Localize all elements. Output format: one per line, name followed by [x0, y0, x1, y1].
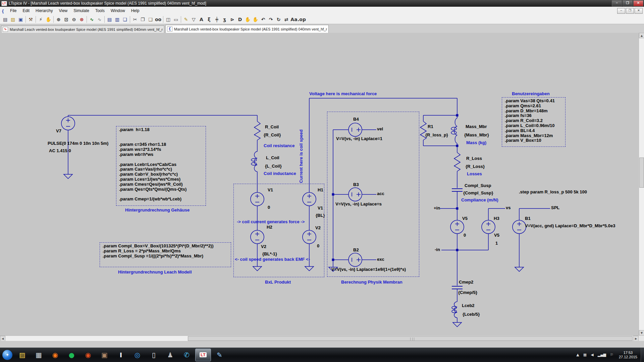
maximize-button[interactable]: ❐	[623, 0, 633, 6]
photo-viewer-icon[interactable]: ▣	[97, 349, 112, 361]
halt-icon[interactable]: ✋	[45, 16, 52, 23]
plot-settings-icon[interactable]: ∿	[96, 16, 103, 23]
firefox-icon[interactable]: ◉	[47, 349, 63, 361]
vertical-scrollbar[interactable]: ▲ ▼	[639, 33, 644, 336]
new-schematic-icon[interactable]: ▤	[1, 16, 9, 23]
minus-in-net[interactable]: -in	[435, 247, 440, 252]
menu-hierarchy[interactable]: Hierarchy	[33, 7, 56, 14]
menu-help[interactable]: Help	[128, 7, 143, 14]
save-icon[interactable]: ▣	[17, 16, 24, 23]
rloss-name[interactable]: R_Loss	[466, 156, 482, 161]
mdi-minimize-button[interactable]: –	[617, 8, 625, 14]
b1-expr[interactable]: V=V(acc, gnd) Laplace=D_Mbr*D_Mbr*5.0e3	[525, 223, 615, 228]
resistor-R1[interactable]	[420, 115, 457, 146]
lcoil-name[interactable]: L_Coil	[266, 155, 279, 160]
chat-icon[interactable]: ✆	[179, 349, 195, 361]
ground-symbol[interactable]	[515, 267, 524, 272]
scroll-left-button[interactable]: ◀	[0, 336, 5, 341]
inductor-Mass_Mbr[interactable]	[451, 115, 457, 146]
capacitor-Cmep2[interactable]	[452, 286, 463, 289]
h3-gain[interactable]: 1	[495, 241, 498, 246]
close-button[interactable]: ✕	[633, 0, 643, 6]
bxl-caption[interactable]: BxL Produkt	[265, 280, 291, 285]
paint-icon[interactable]: ◉	[80, 349, 96, 361]
massmbr-name[interactable]: Mass_Mbr	[466, 124, 487, 129]
source-V5[interactable]	[450, 208, 464, 250]
tile-horizontal-icon[interactable]: ▤	[106, 16, 113, 23]
control-panel-icon[interactable]: ⚒	[27, 16, 35, 23]
rloss-comment[interactable]: Losses	[467, 171, 482, 176]
ground-icon[interactable]: ▽	[190, 16, 198, 23]
zoom-out-icon[interactable]: ⊖	[70, 16, 78, 23]
tab-schematic[interactable]: { Marshall Leach vented-box loudspeaker …	[165, 25, 329, 33]
resistor-R_Loss[interactable]	[454, 146, 460, 188]
zoom-full-icon[interactable]: ⊗	[78, 16, 86, 23]
capacitor-icon[interactable]: ╪	[213, 16, 221, 23]
tile-vertical-icon[interactable]: ▥	[113, 16, 121, 23]
ground-symbol[interactable]	[64, 174, 72, 179]
hidden-icons-chevron[interactable]: ▲	[576, 353, 579, 357]
run-icon[interactable]: ⚡	[37, 16, 45, 23]
menu-file[interactable]: File	[7, 7, 19, 14]
cascade-icon[interactable]: ❏	[121, 16, 129, 23]
lcoil-value[interactable]: {L_Coil}	[265, 164, 282, 169]
ground-symbol[interactable]	[453, 322, 462, 327]
source-V7[interactable]	[61, 117, 75, 130]
print-preview-icon[interactable]: ◫	[164, 16, 172, 23]
start-button[interactable]: ✦	[1, 348, 14, 362]
rcoil-value[interactable]: {R_Coil}	[264, 132, 281, 137]
move-icon[interactable]: ✋	[244, 16, 252, 23]
coil-speed-comment[interactable]: Current here is coil speed	[299, 129, 304, 183]
bxl-produkt-box[interactable]	[233, 184, 324, 277]
v7-name[interactable]: V7	[56, 128, 61, 133]
lcoil-comment[interactable]: Coil inductance	[264, 171, 296, 176]
r1-value[interactable]: {R_loss_p}	[425, 132, 448, 137]
membran-caption[interactable]: Berechnung Physik Membran	[341, 280, 402, 285]
rloss-value[interactable]: {R_Loss}	[466, 164, 485, 169]
volume-icon[interactable]: ◀	[591, 353, 593, 357]
csusp-value[interactable]: {Compl_Susp}	[463, 190, 493, 195]
spice-directive-icon[interactable]: .op	[298, 16, 306, 23]
rcoil-comment[interactable]: Coil resistance	[264, 143, 295, 148]
h3-ref[interactable]: V5	[494, 233, 499, 238]
schematic-canvas[interactable]: V7PULSE(0 174m 0 10n 10n 5m)AC 1.415 0Hi…	[0, 33, 639, 336]
mdi-restore-button[interactable]: ❐	[626, 8, 634, 14]
source-B1[interactable]	[513, 208, 550, 267]
gehaeuse-params-box[interactable]: .param h=1.18 .param c=345 rho=1.18 .par…	[116, 126, 206, 206]
horizontal-scrollbar[interactable]: ◀ ▶	[0, 336, 639, 341]
membran-box[interactable]	[327, 112, 419, 277]
scroll-right-button[interactable]: ▶	[633, 336, 639, 341]
lceb2-value[interactable]: {Lceb/5}	[463, 312, 480, 317]
media-player-icon[interactable]: ◎	[129, 349, 145, 361]
capacitor-Compl_Susp[interactable]	[452, 189, 463, 191]
spotify-icon[interactable]: ●	[64, 349, 79, 361]
redo-icon[interactable]: ↷	[267, 16, 275, 23]
csusp-comment[interactable]: Compliance (m/N)	[461, 197, 498, 202]
menu-view[interactable]: View	[56, 7, 70, 14]
v5-value[interactable]: 0	[464, 233, 466, 238]
resistor-icon[interactable]: ξ	[205, 16, 213, 23]
net-label-icon[interactable]: A	[198, 16, 205, 23]
mirror-icon[interactable]: ⇄	[282, 16, 290, 23]
scroll-down-button[interactable]: ▼	[639, 330, 644, 336]
tablet-icon[interactable]: ▦	[583, 353, 587, 357]
network-icon[interactable]: ▂▄▆	[598, 353, 606, 357]
user-params-box[interactable]: .param Vas=38 Qts=0.41 .param Qms=2.61 .…	[502, 97, 566, 147]
find-icon[interactable]: oo	[154, 16, 162, 23]
copy-icon[interactable]: ❐	[139, 16, 147, 23]
h3-name[interactable]: H3	[494, 216, 499, 221]
notepad-icon[interactable]: ✎	[212, 349, 227, 361]
cmep2-name[interactable]: Cmep2	[459, 280, 473, 285]
leach-caption[interactable]: Hintergrundrechnung Leach Modell	[118, 269, 192, 275]
game-icon[interactable]: ♟	[162, 349, 178, 361]
diode-icon[interactable]: ⊳	[228, 16, 236, 23]
cut-icon[interactable]: ✂	[131, 16, 139, 23]
source-H3[interactable]	[482, 208, 505, 234]
open-icon[interactable]: ▨	[9, 16, 17, 23]
user-caption[interactable]: Benutzereingaben	[512, 91, 550, 96]
action-center-flag-icon[interactable]: ⚐	[610, 353, 613, 357]
horizontal-scroll-thumb[interactable]	[188, 336, 633, 341]
drag-icon[interactable]: ✋	[252, 16, 259, 23]
show-desktop-button[interactable]	[641, 348, 644, 362]
menu-window[interactable]: Window	[108, 7, 128, 14]
